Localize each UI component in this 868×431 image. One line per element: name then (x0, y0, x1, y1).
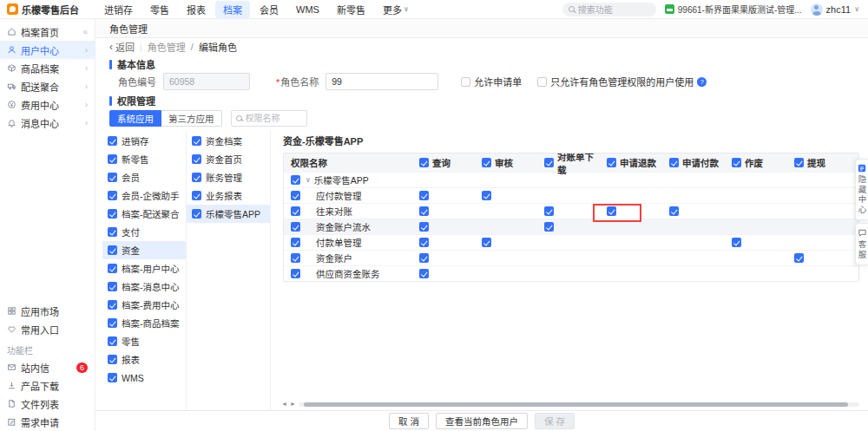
submodule-item[interactable]: 资金档案 (187, 132, 270, 150)
module-item[interactable]: 新零售 (102, 150, 186, 168)
checkbox-unchecked[interactable] (537, 77, 547, 87)
module-checkbox[interactable] (108, 154, 117, 164)
sidebar-item[interactable]: 商品档案› (0, 59, 95, 77)
cancel-button[interactable]: 取 消 (389, 413, 429, 429)
permission-tab[interactable]: 第三方应用 (161, 110, 222, 127)
permission-checkbox[interactable] (607, 206, 616, 216)
select-all-checkbox[interactable] (794, 158, 804, 167)
module-checkbox[interactable] (108, 373, 117, 382)
module-checkbox[interactable] (108, 355, 117, 364)
top-menu-item[interactable]: 更多∨ (375, 1, 417, 18)
sidebar-item[interactable]: 用户中心› (0, 41, 95, 59)
floating-tab-panel[interactable]: 隐藏中心 (855, 159, 868, 220)
module-checkbox[interactable] (108, 191, 117, 200)
permission-checkbox[interactable] (419, 206, 429, 216)
submodule-checkbox[interactable] (192, 136, 201, 146)
module-item[interactable]: 档案-消息中心 (102, 278, 186, 296)
collapse-icon[interactable]: « (82, 27, 88, 36)
row-checkbox[interactable] (291, 222, 300, 232)
module-checkbox[interactable] (108, 245, 117, 255)
tab-role-management[interactable]: 角色管理 (109, 22, 148, 36)
top-menu-item[interactable]: 报表 (179, 1, 214, 18)
select-all-checkbox[interactable] (544, 158, 554, 167)
row-checkbox[interactable] (291, 206, 300, 216)
role-code-input[interactable] (163, 73, 250, 90)
restrict-role-checkbox-group[interactable]: 只允许有角色管理权限的用户使用 ? (537, 75, 707, 88)
permission-checkbox[interactable] (419, 222, 429, 232)
sidebar-item[interactable]: 配送聚合› (0, 77, 95, 95)
module-checkbox[interactable] (108, 173, 117, 182)
module-item[interactable]: 支付 (102, 223, 186, 241)
store-selector[interactable]: 99661-新界面果果版测试-管理... (665, 3, 802, 16)
sidebar-item[interactable]: 站内信6 (0, 358, 95, 376)
app-logo[interactable]: 乐檬零售后台 (0, 3, 95, 16)
role-name-input[interactable] (326, 73, 438, 90)
permission-search-input[interactable] (246, 114, 298, 123)
module-checkbox[interactable] (108, 336, 117, 346)
top-menu-item[interactable]: 零售 (142, 1, 177, 18)
permission-checkbox[interactable] (419, 238, 429, 247)
permission-checkbox[interactable] (482, 191, 491, 200)
top-menu-item[interactable]: WMS (288, 3, 327, 16)
submodule-item[interactable]: 资金首页 (187, 150, 270, 168)
top-menu-item[interactable]: 新零售 (329, 1, 373, 18)
module-item[interactable]: WMS (102, 369, 186, 387)
module-item[interactable]: 资金 (102, 241, 186, 259)
permission-checkbox[interactable] (669, 206, 679, 216)
submodule-checkbox[interactable] (192, 191, 201, 200)
submodule-item[interactable]: 业务报表 (187, 186, 270, 205)
module-checkbox[interactable] (108, 227, 117, 237)
breadcrumb-parent[interactable]: 角色管理 (148, 40, 186, 54)
module-checkbox[interactable] (108, 209, 117, 219)
module-item[interactable]: 档案-用户中心 (102, 259, 186, 278)
submodule-checkbox[interactable] (192, 173, 201, 182)
top-menu-item[interactable]: 进销存 (96, 1, 141, 18)
select-all-checkbox[interactable] (419, 158, 429, 167)
sidebar-item[interactable]: 文件列表 (0, 395, 95, 413)
module-checkbox[interactable] (108, 136, 117, 146)
submodule-checkbox[interactable] (192, 154, 201, 164)
permission-checkbox[interactable] (419, 191, 429, 200)
submodule-item[interactable]: 乐檬零售APP (187, 205, 270, 223)
top-menu-item[interactable]: 档案 (215, 1, 250, 18)
permission-checkbox[interactable] (544, 206, 554, 216)
submodule-checkbox[interactable] (192, 209, 201, 219)
select-all-checkbox[interactable] (669, 158, 679, 167)
permission-checkbox[interactable] (732, 238, 741, 247)
group-checkbox[interactable] (291, 175, 300, 185)
row-checkbox[interactable] (291, 238, 300, 247)
select-all-checkbox[interactable] (607, 158, 616, 167)
row-checkbox[interactable] (291, 191, 300, 200)
chevron-down-icon[interactable]: ∨ (306, 176, 311, 184)
permission-checkbox[interactable] (544, 222, 554, 232)
module-item[interactable]: 零售 (102, 332, 186, 350)
sidebar-item[interactable]: 应用市场 (0, 302, 95, 320)
permission-checkbox[interactable] (419, 269, 429, 278)
help-icon[interactable]: ? (697, 77, 707, 87)
permission-search[interactable] (231, 110, 307, 127)
scrollbar-track[interactable] (299, 402, 859, 407)
module-checkbox[interactable] (108, 300, 117, 310)
select-all-checkbox[interactable] (482, 158, 491, 167)
permission-checkbox[interactable] (794, 253, 804, 263)
submodule-item[interactable]: 账务管理 (187, 168, 270, 186)
sidebar-item[interactable]: 常用入口 (0, 320, 95, 338)
allow-apply-checkbox-group[interactable]: 允许申请单 (461, 75, 522, 88)
module-item[interactable]: 进销存 (102, 132, 186, 150)
module-item[interactable]: 档案-费用中心 (102, 296, 186, 314)
sidebar-item[interactable]: 需求申请 (0, 413, 95, 431)
scrollbar-thumb[interactable] (304, 402, 848, 407)
module-item[interactable]: 档案-商品档案 (102, 314, 186, 332)
select-all-checkbox[interactable] (732, 158, 741, 167)
save-button[interactable]: 保 存 (535, 413, 575, 429)
global-search-input[interactable]: 搜索功能 (562, 3, 656, 16)
sidebar-item[interactable]: 消息中心› (0, 114, 95, 132)
module-item[interactable]: 报表 (102, 350, 186, 369)
module-checkbox[interactable] (108, 282, 117, 291)
horizontal-scrollbar[interactable]: ◄ ► (281, 402, 859, 407)
module-checkbox[interactable] (108, 318, 117, 328)
view-role-users-button[interactable]: 查看当前角色用户 (436, 413, 528, 429)
module-item[interactable]: 会员 (102, 168, 186, 186)
row-checkbox[interactable] (291, 253, 300, 263)
sidebar-item[interactable]: 产品下载 (0, 376, 95, 395)
